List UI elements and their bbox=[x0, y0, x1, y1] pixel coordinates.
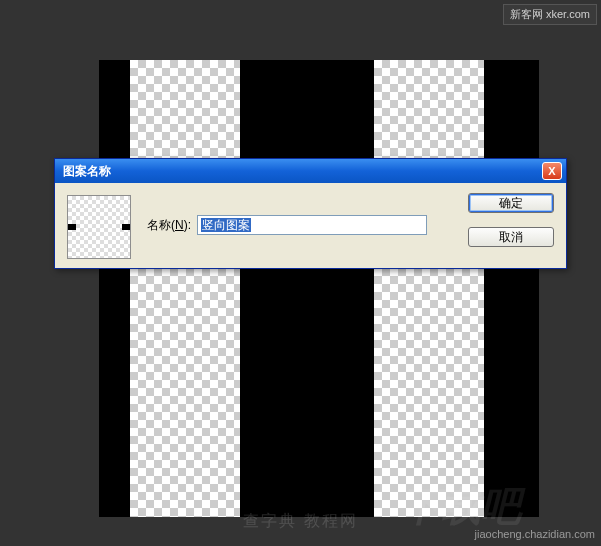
preview-line bbox=[67, 224, 131, 230]
ok-button[interactable]: 确定 bbox=[468, 193, 554, 213]
pattern-preview bbox=[67, 195, 131, 259]
pattern-name-input[interactable]: 竖向图案 bbox=[197, 215, 427, 235]
dialog-title: 图案名称 bbox=[63, 163, 111, 180]
close-icon: X bbox=[548, 165, 555, 177]
cancel-button[interactable]: 取消 bbox=[468, 227, 554, 247]
name-row: 名称(N): 竖向图案 bbox=[147, 215, 427, 235]
source-badge: 新客网 xker.com bbox=[503, 4, 597, 25]
dialog-titlebar[interactable]: 图案名称 X bbox=[55, 159, 566, 183]
transparent-stripe-1 bbox=[130, 60, 240, 517]
close-button[interactable]: X bbox=[542, 162, 562, 180]
canvas-area bbox=[99, 60, 539, 517]
pattern-name-dialog: 图案名称 X 名称(N): 竖向图案 确定 取消 bbox=[54, 158, 567, 269]
watermark-big: 下载吧 bbox=[401, 479, 521, 534]
transparent-stripe-2 bbox=[374, 60, 484, 517]
dialog-buttons: 确定 取消 bbox=[468, 193, 554, 247]
dialog-body: 名称(N): 竖向图案 确定 取消 bbox=[55, 183, 566, 268]
watermark-url: jiaocheng.chazidian.com bbox=[475, 528, 595, 540]
watermark-center: 查字典 教程网 bbox=[243, 511, 357, 532]
name-label: 名称(N): bbox=[147, 217, 191, 234]
